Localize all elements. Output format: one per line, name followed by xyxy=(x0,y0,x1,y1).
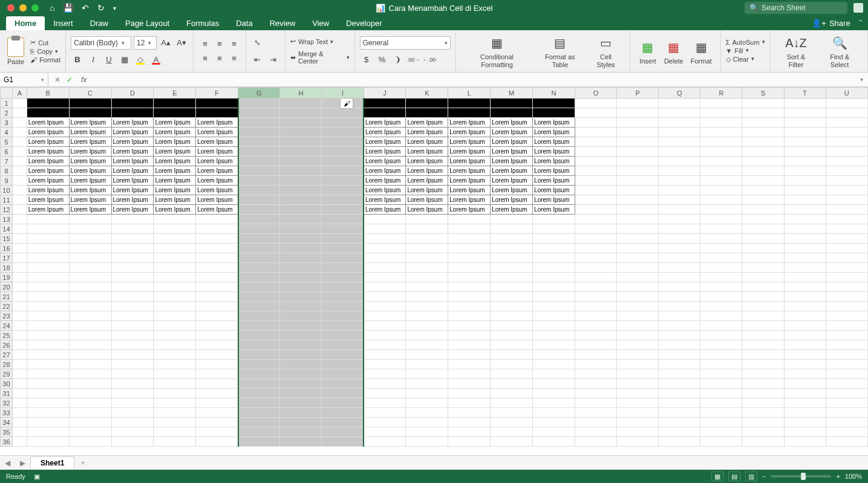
cell-N36[interactable] xyxy=(533,437,575,447)
cell-M28[interactable] xyxy=(491,360,533,369)
cell-T30[interactable] xyxy=(784,379,826,389)
cell-F4[interactable]: Lorem Ipsum xyxy=(196,128,238,137)
cell-O25[interactable] xyxy=(575,331,616,340)
cell-E6[interactable]: Lorem Ipsum xyxy=(154,147,196,157)
cell-U2[interactable] xyxy=(826,108,867,118)
cell-Q20[interactable] xyxy=(659,282,700,292)
row-header-36[interactable]: 36 xyxy=(1,437,13,447)
cell-C33[interactable] xyxy=(69,408,111,418)
cell-L2[interactable] xyxy=(448,108,491,118)
cell-L32[interactable] xyxy=(448,398,491,408)
cell-H1[interactable] xyxy=(280,99,322,108)
row-header-24[interactable]: 24 xyxy=(1,321,13,331)
cell-J23[interactable] xyxy=(364,311,406,321)
cell-U31[interactable] xyxy=(826,389,867,398)
cell-C27[interactable] xyxy=(69,350,111,360)
row-header-7[interactable]: 7 xyxy=(1,157,13,166)
cell-U11[interactable] xyxy=(826,195,867,205)
cell-G20[interactable] xyxy=(238,282,280,292)
cell-U18[interactable] xyxy=(826,263,867,273)
cell-M35[interactable] xyxy=(491,427,533,437)
cell-C18[interactable] xyxy=(69,263,111,273)
cell-C19[interactable] xyxy=(69,273,111,282)
cell-A33[interactable] xyxy=(12,408,27,418)
cell-J8[interactable]: Lorem Ipsum xyxy=(364,166,406,176)
cell-B31[interactable] xyxy=(27,389,69,398)
cell-D4[interactable]: Lorem Ipsum xyxy=(111,128,154,137)
cell-H16[interactable] xyxy=(280,244,322,253)
cell-O22[interactable] xyxy=(575,302,616,311)
cell-Q36[interactable] xyxy=(659,437,700,447)
cell-K33[interactable] xyxy=(406,408,448,418)
cell-C26[interactable] xyxy=(69,340,111,350)
cell-O29[interactable] xyxy=(575,369,616,379)
cell-D12[interactable]: Lorem Ipsum xyxy=(111,205,154,215)
cell-G35[interactable] xyxy=(238,427,280,437)
cell-C2[interactable] xyxy=(69,108,111,118)
cell-N11[interactable]: Lorem Ipsum xyxy=(533,195,575,205)
cell-I23[interactable] xyxy=(322,311,364,321)
conditional-formatting-button[interactable]: ▦Conditional Formatting xyxy=(461,34,534,68)
cell-A27[interactable] xyxy=(12,350,27,360)
row-header-25[interactable]: 25 xyxy=(1,331,13,340)
cell-J16[interactable] xyxy=(364,244,406,253)
cell-E11[interactable]: Lorem Ipsum xyxy=(154,195,196,205)
cell-R29[interactable] xyxy=(700,369,742,379)
row-header-31[interactable]: 31 xyxy=(1,389,13,398)
number-format-select[interactable]: General▾ xyxy=(360,36,451,50)
cell-N19[interactable] xyxy=(533,273,575,282)
cell-E30[interactable] xyxy=(154,379,196,389)
cell-B7[interactable]: Lorem Ipsum xyxy=(27,157,69,166)
cell-K18[interactable] xyxy=(406,263,448,273)
cell-F12[interactable]: Lorem Ipsum xyxy=(196,205,238,215)
cell-F19[interactable] xyxy=(196,273,238,282)
cell-H31[interactable] xyxy=(280,389,322,398)
cell-J21[interactable] xyxy=(364,292,406,302)
cell-P32[interactable] xyxy=(617,398,659,408)
cell-N24[interactable] xyxy=(533,321,575,331)
cell-N18[interactable] xyxy=(533,263,575,273)
column-header-O[interactable]: O xyxy=(575,88,616,99)
cell-T21[interactable] xyxy=(784,292,826,302)
cell-N31[interactable] xyxy=(533,389,575,398)
cell-E34[interactable] xyxy=(154,418,196,427)
cell-T10[interactable] xyxy=(784,186,826,195)
cell-A11[interactable] xyxy=(12,195,27,205)
cell-R10[interactable] xyxy=(700,186,742,195)
cell-N16[interactable] xyxy=(533,244,575,253)
cell-L11[interactable]: Lorem Ipsum xyxy=(448,195,491,205)
cell-M22[interactable] xyxy=(491,302,533,311)
cell-M34[interactable] xyxy=(491,418,533,427)
cell-O10[interactable] xyxy=(575,186,616,195)
cell-G33[interactable] xyxy=(238,408,280,418)
cell-C15[interactable] xyxy=(69,234,111,244)
cell-S21[interactable] xyxy=(742,292,784,302)
cell-C17[interactable] xyxy=(69,253,111,263)
cell-N5[interactable]: Lorem Ipsum xyxy=(533,137,575,147)
column-header-Q[interactable]: Q xyxy=(659,88,700,99)
cell-Q27[interactable] xyxy=(659,350,700,360)
cell-F34[interactable] xyxy=(196,418,238,427)
cell-R28[interactable] xyxy=(700,360,742,369)
cell-U26[interactable] xyxy=(826,340,867,350)
tab-review[interactable]: Review xyxy=(261,16,304,30)
border-button[interactable]: ▦ xyxy=(118,53,131,66)
cell-Q3[interactable] xyxy=(659,118,700,128)
cell-C29[interactable] xyxy=(69,369,111,379)
row-header-26[interactable]: 26 xyxy=(1,340,13,350)
cell-U19[interactable] xyxy=(826,273,867,282)
cell-S4[interactable] xyxy=(742,128,784,137)
cell-P31[interactable] xyxy=(617,389,659,398)
cell-P26[interactable] xyxy=(617,340,659,350)
cell-B11[interactable]: Lorem Ipsum xyxy=(27,195,69,205)
row-header-17[interactable]: 17 xyxy=(1,253,13,263)
cell-L26[interactable] xyxy=(448,340,491,350)
cell-C10[interactable]: Lorem Ipsum xyxy=(69,186,111,195)
cell-Q15[interactable] xyxy=(659,234,700,244)
row-header-29[interactable]: 29 xyxy=(1,369,13,379)
cell-S30[interactable] xyxy=(742,379,784,389)
cell-P22[interactable] xyxy=(617,302,659,311)
cell-P12[interactable] xyxy=(617,205,659,215)
cell-Q18[interactable] xyxy=(659,263,700,273)
cell-K32[interactable] xyxy=(406,398,448,408)
